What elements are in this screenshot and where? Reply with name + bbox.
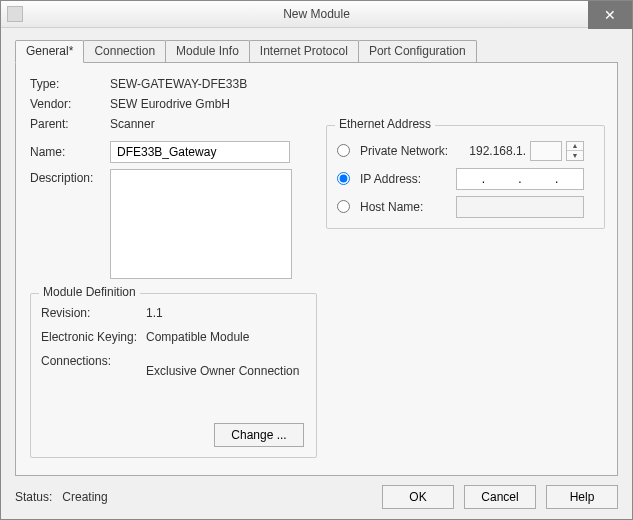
ok-button[interactable]: OK (382, 485, 454, 509)
label-status: Status: (15, 490, 52, 504)
private-network-spinner[interactable]: ▲ ▼ (566, 141, 584, 161)
label-vendor: Vendor: (30, 97, 110, 111)
value-type: SEW-GATEWAY-DFE33B (110, 77, 247, 91)
row-ip-address: IP Address: (337, 172, 594, 186)
description-input[interactable] (110, 169, 292, 279)
content-area: General* Connection Module Info Internet… (1, 28, 632, 476)
close-icon: ✕ (604, 7, 616, 23)
chevron-down-icon[interactable]: ▼ (567, 151, 583, 160)
label-ip-address: IP Address: (360, 172, 460, 186)
label-revision: Revision: (41, 306, 146, 320)
tab-panel-general: Type: SEW-GATEWAY-DFE33B Vendor: SEW Eur… (15, 62, 618, 476)
group-ethernet-address: Ethernet Address Private Network: 192.16… (326, 125, 605, 229)
value-keying: Compatible Module (146, 330, 249, 344)
tab-port-configuration[interactable]: Port Configuration (358, 40, 477, 62)
legend-module-definition: Module Definition (39, 285, 140, 299)
footer: Status: Creating OK Cancel Help (1, 476, 632, 519)
row-vendor: Vendor: SEW Eurodrive GmbH (30, 97, 603, 111)
value-connections: Exclusive Owner Connection (146, 354, 299, 378)
label-parent: Parent: (30, 117, 110, 131)
value-parent: Scanner (110, 117, 155, 131)
host-name-input[interactable] (456, 196, 584, 218)
row-revision: Revision: 1.1 (41, 306, 306, 320)
row-connections: Connections: Exclusive Owner Connection (41, 354, 306, 378)
label-connections: Connections: (41, 354, 146, 378)
label-host-name: Host Name: (360, 200, 460, 214)
tab-strip: General* Connection Module Info Internet… (15, 40, 618, 62)
change-button[interactable]: Change ... (214, 423, 304, 447)
ip-address-input[interactable] (456, 168, 584, 190)
window-title: New Module (1, 7, 632, 21)
tab-connection[interactable]: Connection (83, 40, 166, 62)
tab-module-info[interactable]: Module Info (165, 40, 250, 62)
group-module-definition: Module Definition Revision: 1.1 Electron… (30, 293, 317, 458)
chevron-up-icon[interactable]: ▲ (567, 142, 583, 152)
radio-host-name[interactable] (337, 200, 350, 213)
close-button[interactable]: ✕ (588, 1, 632, 29)
row-host-name: Host Name: (337, 200, 594, 214)
label-description: Description: (30, 169, 110, 185)
legend-ethernet: Ethernet Address (335, 117, 435, 131)
private-network-octet-input[interactable] (530, 141, 562, 161)
value-vendor: SEW Eurodrive GmbH (110, 97, 230, 111)
row-keying: Electronic Keying: Compatible Module (41, 330, 306, 344)
radio-ip-address[interactable] (337, 172, 350, 185)
label-keying: Electronic Keying: (41, 330, 146, 344)
row-private-network: Private Network: 192.168.1. ▲ ▼ (337, 144, 594, 158)
help-button[interactable]: Help (546, 485, 618, 509)
label-type: Type: (30, 77, 110, 91)
private-network-controls: 192.168.1. ▲ ▼ (469, 141, 584, 161)
radio-private-network[interactable] (337, 144, 350, 157)
private-network-prefix: 192.168.1. (469, 144, 526, 158)
label-name: Name: (30, 145, 110, 159)
name-input[interactable] (110, 141, 290, 163)
window: New Module ✕ General* Connection Module … (0, 0, 633, 520)
value-revision: 1.1 (146, 306, 163, 320)
tab-internet-protocol[interactable]: Internet Protocol (249, 40, 359, 62)
cancel-button[interactable]: Cancel (464, 485, 536, 509)
label-private-network: Private Network: (360, 144, 460, 158)
value-status: Creating (62, 490, 107, 504)
row-type: Type: SEW-GATEWAY-DFE33B (30, 77, 603, 91)
system-icon (7, 6, 23, 22)
tab-general[interactable]: General* (15, 40, 84, 63)
titlebar: New Module ✕ (1, 1, 632, 28)
